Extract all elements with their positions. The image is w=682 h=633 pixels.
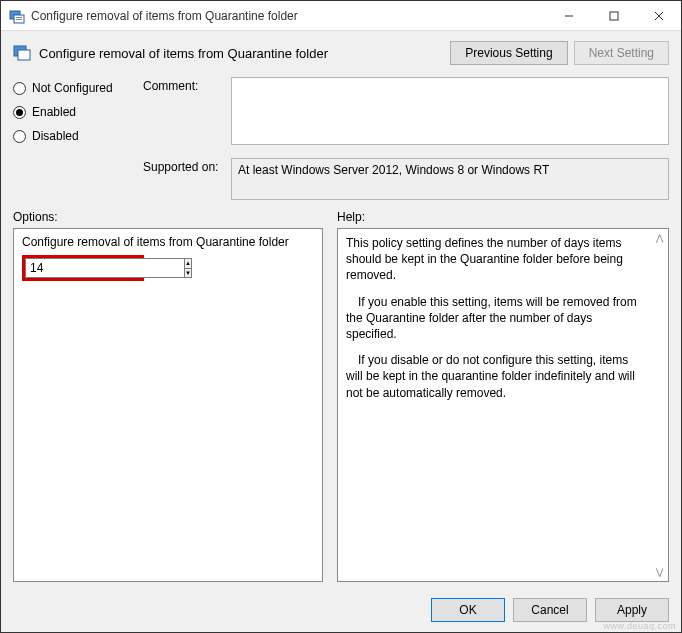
spinner-buttons: ▲ ▼ — [184, 258, 192, 278]
comment-label: Comment: — [143, 77, 223, 148]
svg-rect-5 — [610, 12, 618, 20]
nav-buttons: Previous Setting Next Setting — [450, 41, 669, 65]
panels: Configure removal of items from Quaranti… — [1, 228, 681, 590]
help-p2: If you enable this setting, items will b… — [346, 294, 646, 343]
supported-label: Supported on: — [143, 158, 223, 200]
radio-icon — [13, 82, 26, 95]
cancel-button[interactable]: Cancel — [513, 598, 587, 622]
comment-row: Comment: — [143, 77, 669, 148]
radio-label: Not Configured — [32, 81, 113, 95]
watermark: www.deuaq.com — [603, 621, 676, 631]
spinner-up-button[interactable]: ▲ — [185, 259, 191, 269]
window-title: Configure removal of items from Quaranti… — [31, 9, 546, 23]
comment-input[interactable] — [231, 77, 669, 145]
radio-label: Disabled — [32, 129, 79, 143]
supported-on-text: At least Windows Server 2012, Windows 8 … — [231, 158, 669, 200]
days-input[interactable] — [25, 258, 184, 278]
help-p1: This policy setting defines the number o… — [346, 235, 646, 284]
scroll-up-icon[interactable]: ⋀ — [652, 231, 666, 245]
help-p3: If you disable or do not configure this … — [346, 352, 646, 401]
footer-buttons: OK Cancel Apply — [1, 590, 681, 632]
close-button[interactable] — [636, 1, 681, 30]
days-spinner[interactable]: ▲ ▼ — [22, 255, 144, 281]
options-label: Options: — [13, 210, 323, 224]
svg-rect-2 — [16, 17, 22, 18]
header-row: Configure removal of items from Quaranti… — [1, 31, 681, 77]
previous-setting-button[interactable]: Previous Setting — [450, 41, 567, 65]
window-controls — [546, 1, 681, 30]
help-label: Help: — [337, 210, 669, 224]
help-panel: ⋀ This policy setting defines the number… — [337, 228, 669, 582]
supported-row: Supported on: At least Windows Server 20… — [143, 158, 669, 200]
fields-column: Comment: Supported on: At least Windows … — [143, 77, 669, 200]
svg-rect-3 — [16, 19, 22, 20]
section-labels: Options: Help: — [1, 210, 681, 228]
config-area: Not Configured Enabled Disabled Comment:… — [1, 77, 681, 210]
radio-disabled[interactable]: Disabled — [13, 129, 133, 143]
policy-icon — [13, 44, 31, 62]
radio-label: Enabled — [32, 105, 76, 119]
scroll-down-icon[interactable]: ⋁ — [652, 565, 666, 579]
radio-not-configured[interactable]: Not Configured — [13, 81, 133, 95]
titlebar: Configure removal of items from Quaranti… — [1, 1, 681, 31]
dialog-window: Configure removal of items from Quaranti… — [0, 0, 682, 633]
app-icon — [9, 8, 25, 24]
radio-enabled[interactable]: Enabled — [13, 105, 133, 119]
option-title: Configure removal of items from Quaranti… — [22, 235, 314, 249]
minimize-button[interactable] — [546, 1, 591, 30]
header-title: Configure removal of items from Quaranti… — [39, 46, 442, 61]
spinner-down-button[interactable]: ▼ — [185, 269, 191, 278]
maximize-button[interactable] — [591, 1, 636, 30]
next-setting-button: Next Setting — [574, 41, 669, 65]
options-panel: Configure removal of items from Quaranti… — [13, 228, 323, 582]
ok-button[interactable]: OK — [431, 598, 505, 622]
svg-rect-9 — [18, 50, 30, 60]
radio-icon — [13, 106, 26, 119]
apply-button[interactable]: Apply — [595, 598, 669, 622]
radio-icon — [13, 130, 26, 143]
state-radios: Not Configured Enabled Disabled — [13, 77, 133, 200]
help-text: This policy setting defines the number o… — [346, 235, 660, 401]
